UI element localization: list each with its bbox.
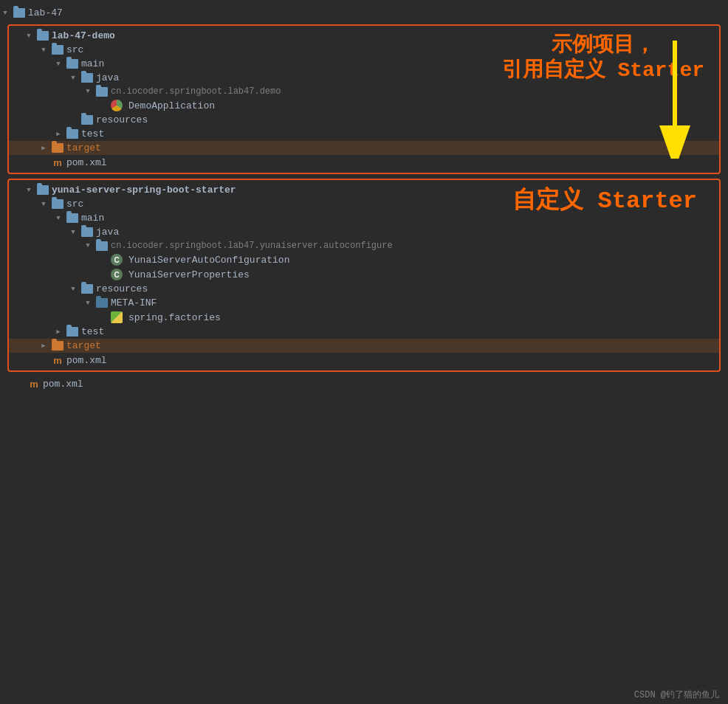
s1-test[interactable]: test	[9, 127, 719, 141]
s2-package-icon	[96, 241, 108, 251]
s2-pom-label: pom.xml	[66, 355, 107, 366]
s2-properties[interactable]: C YunaiServerProperties	[9, 267, 719, 282]
section1-label: lab-47-demo	[52, 30, 115, 41]
s2-metainf-arrow	[83, 298, 93, 308]
s1-pom[interactable]: m pom.xml	[9, 155, 719, 170]
section2-root-item[interactable]: yunai-server-spring-boot-starter	[9, 183, 719, 197]
s2-autoconfig-label: YunaiServerAutoConfiguration	[128, 255, 289, 266]
s2-src-icon	[52, 199, 63, 209]
s1-pom-label: pom.xml	[66, 157, 107, 168]
s1-target-arrow	[38, 143, 49, 153]
s1-package-arrow	[83, 86, 93, 97]
s2-factories-label: spring.factories	[128, 312, 221, 323]
s2-pom-icon: m	[52, 354, 63, 366]
s2-pom[interactable]: m pom.xml	[9, 353, 719, 367]
s2-target-icon	[52, 341, 63, 351]
s1-src-arrow	[38, 45, 49, 55]
s1-main[interactable]: main	[9, 57, 719, 71]
root-arrow	[0, 8, 10, 18]
bottom-bar: CSDN @钓了猫的鱼儿	[0, 686, 728, 704]
s2-src-arrow	[38, 199, 49, 210]
s2-spring-factories[interactable]: spring.factories	[9, 310, 719, 325]
s2-package-arrow	[83, 241, 93, 251]
s1-target-icon	[52, 143, 63, 153]
s2-main-label: main	[81, 213, 104, 224]
section1-arrow	[24, 31, 34, 41]
s2-target-label: target	[66, 340, 101, 351]
s1-main-arrow	[53, 59, 63, 69]
s1-src[interactable]: src	[9, 43, 719, 57]
s1-main-icon	[66, 59, 78, 69]
section2-folder-icon	[37, 185, 49, 195]
s2-test-icon	[66, 327, 78, 337]
s2-src[interactable]: src	[9, 197, 719, 211]
s2-metainf-label: META-INF	[111, 297, 157, 308]
root-pom-icon: m	[28, 378, 40, 390]
s2-target[interactable]: target	[9, 339, 719, 353]
s2-src-label: src	[66, 199, 83, 210]
s2-test-arrow	[53, 327, 63, 337]
s2-resources[interactable]: resources	[9, 282, 719, 296]
s1-src-icon	[52, 45, 63, 55]
s1-package-label: cn.iocoder.springboot.lab47.demo	[111, 86, 281, 97]
s1-java-label: java	[96, 72, 119, 83]
s2-metainf[interactable]: META-INF	[9, 296, 719, 310]
root-folder-icon	[13, 8, 25, 18]
s2-factories-icon	[111, 311, 123, 323]
s2-java[interactable]: java	[9, 225, 719, 239]
section1-root-item[interactable]: lab-47-demo	[9, 29, 719, 43]
s2-java-arrow	[68, 227, 78, 238]
s1-demoapp-icon	[111, 100, 123, 111]
root-item: lab-47	[0, 6, 728, 20]
section2-arrow	[24, 185, 34, 196]
section2-label: yunai-server-spring-boot-starter	[52, 184, 236, 196]
credit-label: CSDN @钓了猫的鱼儿	[634, 689, 719, 701]
s2-java-label: java	[96, 227, 119, 238]
s1-java-icon	[81, 73, 93, 83]
section1-folder-icon	[37, 31, 49, 41]
s1-demoapp-label: DemoApplication	[128, 100, 215, 111]
s2-main-arrow	[53, 213, 63, 224]
s1-package[interactable]: cn.iocoder.springboot.lab47.demo	[9, 85, 719, 98]
s1-res-label: resources	[96, 114, 148, 125]
s1-test-arrow	[53, 129, 63, 139]
root-pom[interactable]: m pom.xml	[0, 376, 728, 391]
s2-autoconfig-icon: C	[111, 254, 123, 266]
s2-package[interactable]: cn.iocoder.springboot.lab47.yunaiserver.…	[9, 239, 719, 252]
s1-src-label: src	[66, 44, 83, 55]
s2-java-icon	[81, 227, 93, 237]
s2-test[interactable]: test	[9, 325, 719, 339]
root-pom-label: pom.xml	[43, 379, 83, 390]
s1-java-arrow	[68, 73, 78, 83]
section1-box: 示例项目， 引用自定义 Starter lab-47-demo	[7, 24, 721, 174]
s1-target-label: target	[66, 142, 101, 153]
section2-box: 自定义 Starter yunai-server-spring-boot-sta…	[7, 179, 721, 372]
s1-test-label: test	[81, 128, 104, 139]
s1-pom-icon: m	[52, 156, 63, 168]
s1-target[interactable]: target	[9, 141, 719, 155]
s2-props-label: YunaiServerProperties	[128, 269, 250, 280]
s2-package-label: cn.iocoder.springboot.lab47.yunaiserver.…	[111, 241, 393, 251]
s1-res-icon	[81, 115, 93, 125]
s1-java[interactable]: java	[9, 71, 719, 85]
s1-demoapp[interactable]: DemoApplication	[9, 98, 719, 113]
s2-main[interactable]: main	[9, 211, 719, 225]
s2-test-label: test	[81, 326, 104, 337]
s2-main-icon	[66, 213, 78, 223]
s2-res-arrow	[68, 284, 78, 294]
s2-target-arrow	[38, 341, 49, 351]
s2-res-icon	[81, 284, 93, 294]
s2-res-label: resources	[96, 283, 148, 294]
s1-test-icon	[66, 129, 78, 139]
s2-props-icon: C	[111, 269, 123, 280]
s1-resources[interactable]: resources	[9, 113, 719, 127]
root-label: lab-47	[28, 7, 63, 18]
s1-package-icon	[96, 87, 108, 97]
s2-autoconfig[interactable]: C YunaiServerAutoConfiguration	[9, 252, 719, 267]
s1-main-label: main	[81, 58, 104, 69]
s2-metainf-icon	[96, 298, 108, 308]
